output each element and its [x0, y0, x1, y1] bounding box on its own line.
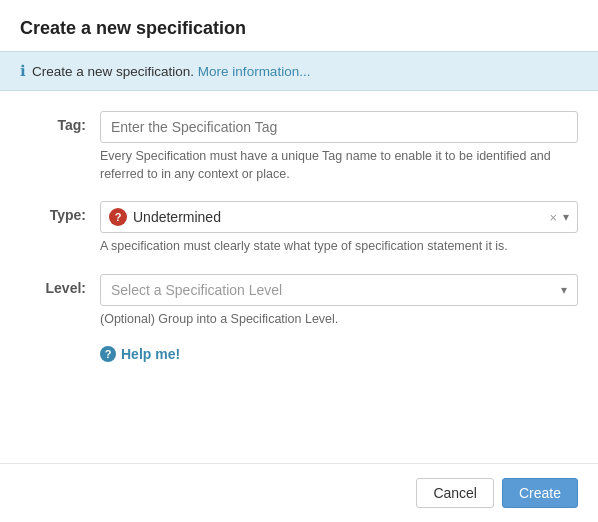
tag-label: Tag: — [20, 111, 100, 133]
help-link[interactable]: ? Help me! — [100, 346, 180, 362]
info-banner: ℹ Create a new specification. More infor… — [0, 51, 598, 91]
level-placeholder: Select a Specification Level — [111, 282, 282, 298]
dialog-header: Create a new specification — [0, 0, 598, 51]
cancel-button[interactable]: Cancel — [416, 478, 494, 508]
tag-input[interactable] — [100, 111, 578, 143]
dialog-body: Tag: Every Specification must have a uni… — [0, 91, 598, 463]
tag-control-wrap: Every Specification must have a unique T… — [100, 111, 578, 183]
tag-row: Tag: Every Specification must have a uni… — [20, 111, 578, 183]
level-select[interactable]: Select a Specification Level ▾ — [100, 274, 578, 306]
type-control-wrap: ? Undetermined × ▾ A specification must … — [100, 201, 578, 256]
create-specification-dialog: Create a new specification ℹ Create a ne… — [0, 0, 598, 522]
dialog-title: Create a new specification — [20, 18, 578, 39]
level-label: Level: — [20, 274, 100, 296]
type-label: Type: — [20, 201, 100, 223]
type-select[interactable]: ? Undetermined × ▾ — [100, 201, 578, 233]
type-select-inner: ? Undetermined — [109, 208, 549, 226]
help-circle-icon: ? — [100, 346, 116, 362]
more-information-link[interactable]: More information... — [198, 64, 311, 79]
type-hint: A specification must clearly state what … — [100, 238, 578, 256]
type-clear-icon[interactable]: × — [549, 211, 557, 224]
dialog-footer: Cancel Create — [0, 463, 598, 522]
type-row: Type: ? Undetermined × ▾ A specification… — [20, 201, 578, 256]
help-label: Help me! — [121, 346, 180, 362]
type-unknown-icon: ? — [109, 208, 127, 226]
level-chevron-icon: ▾ — [561, 283, 567, 297]
info-banner-text: Create a new specification. More informa… — [32, 64, 310, 79]
info-icon: ℹ — [20, 62, 26, 80]
type-select-value: Undetermined — [133, 209, 221, 225]
help-row: ? Help me! — [100, 346, 578, 362]
tag-hint: Every Specification must have a unique T… — [100, 148, 578, 183]
type-select-actions: × ▾ — [549, 210, 569, 224]
level-hint: (Optional) Group into a Specification Le… — [100, 311, 578, 329]
type-chevron-icon: ▾ — [563, 210, 569, 224]
level-row: Level: Select a Specification Level ▾ (O… — [20, 274, 578, 329]
level-control-wrap: Select a Specification Level ▾ (Optional… — [100, 274, 578, 329]
create-button[interactable]: Create — [502, 478, 578, 508]
